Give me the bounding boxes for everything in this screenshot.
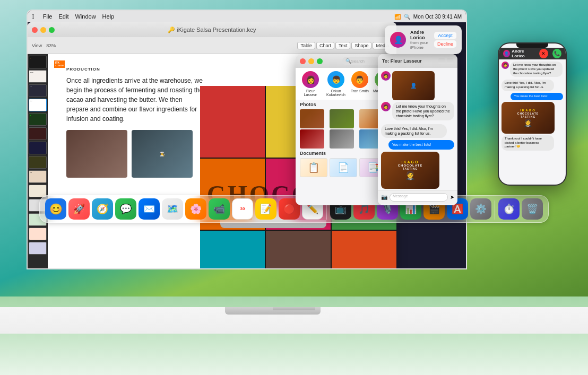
dock-screentime[interactable]: ⏱️ (498, 198, 520, 220)
dock-mail[interactable]: ✉️ (139, 198, 160, 220)
tab-text[interactable]: Text (335, 42, 351, 49)
dock-trash[interactable]: 🗑️ (522, 198, 543, 220)
chat-received-1: 👩 Let me know your thoughts on the photo… (381, 102, 454, 123)
chat-btn-1[interactable] (438, 58, 445, 64)
iphone-notch (516, 43, 548, 48)
dock-maps[interactable]: 🗺️ (162, 198, 183, 220)
chat-bubble-group: 👤 (392, 71, 435, 100)
slide-thumb-1[interactable]: ● (29, 56, 47, 68)
dock-facetime[interactable]: 📹 (209, 198, 230, 220)
decline-button[interactable]: Decline (434, 40, 456, 48)
keynote-toolbar: View 83% Table Chart Text Shape Media (28, 37, 396, 54)
apple-logo-icon:  (32, 13, 34, 21)
messages-maximize[interactable] (317, 58, 323, 64)
chat-titlebar: To: Fleur Lasseur (378, 54, 457, 68)
slide-thumb-6[interactable] (29, 127, 47, 140)
close-button[interactable] (32, 27, 38, 33)
keynote-window-title: 🔑 iKigate Salsa Presentation.key (168, 27, 256, 33)
slide-image-1 (66, 130, 127, 178)
caller-info: 👤 Andre Lorico (503, 49, 537, 58)
messages-chat-window: To: Fleur Lasseur 👩 (378, 54, 457, 205)
dock-launchpad[interactable]: 🚀 (68, 198, 90, 220)
slide-thumb-9[interactable]: img (29, 170, 47, 183)
menubar-time: Mon Oct 30 9:41 AM (413, 14, 462, 20)
menubar:  File Edit Window Help 📶 🔍 Mon Oct 30 9… (28, 11, 466, 22)
chat-image-msg: 👤 (392, 71, 435, 100)
dock-photos[interactable]: 🌸 (185, 198, 206, 220)
iphone-avatar: 👩 (501, 62, 509, 69)
notification-name: Andre Lorico (410, 30, 430, 40)
menubar-right: 📶 🔍 Mon Oct 30 9:41 AM (394, 14, 462, 20)
menu-file[interactable]: File (43, 13, 53, 20)
dock-finder[interactable]: 😊 (45, 198, 66, 220)
chat-photo-msg: IKAGO CHOCOLATE TASTING 🤵 (381, 152, 439, 189)
desktop:  File Edit Window Help 📶 🔍 Mon Oct 30 9… (0, 0, 588, 297)
contact-fleur[interactable]: 👩 Fleur Lasseur (300, 71, 321, 97)
doc-2[interactable]: 📄 (330, 158, 357, 177)
tab-table[interactable]: Table (297, 42, 315, 49)
doc-1[interactable]: 📋 (300, 158, 327, 177)
menu-edit[interactable]: Edit (58, 13, 68, 20)
maximize-button[interactable] (49, 27, 55, 33)
menubar-left:  File Edit Window Help (32, 13, 114, 21)
chat-controls (438, 58, 453, 64)
messages-minimize[interactable] (308, 58, 314, 64)
toolbar-tabs: Table Chart Text Shape Media (297, 42, 392, 49)
contact-orkun[interactable]: 👦 Orkun Kukakevich (325, 71, 347, 97)
photos-label: Photos (300, 102, 316, 107)
chat-avatar-2: 👩 (381, 102, 391, 111)
menu-help[interactable]: Help (102, 13, 115, 20)
photo-7[interactable] (330, 129, 354, 149)
messages-traffic-lights (300, 58, 323, 64)
minimize-button[interactable] (40, 27, 46, 33)
slide-section-label: PRODUCTION (66, 67, 220, 72)
monitor-neck-reflection (273, 307, 315, 310)
camera-icon[interactable]: 📷 (381, 194, 387, 200)
slide-image-2: 👩‍🍳 (132, 130, 193, 178)
tab-shape[interactable]: Shape (351, 42, 371, 49)
contact-tran[interactable]: 👨 Tran Smith (351, 71, 369, 97)
chat-bubble-received-2: Love this! Yes, I did. Also, I'm making … (381, 124, 447, 138)
accept-button[interactable]: Accept (434, 32, 456, 39)
toolbar-zoom[interactable]: 83% (46, 43, 56, 48)
slide-thumb-14[interactable] (29, 242, 47, 255)
slide-thumb-4[interactable]: text (29, 99, 47, 111)
chat-avatar: 👩 (381, 71, 391, 81)
avatar-orkun: 👦 (327, 71, 344, 88)
notification-subtitle: from your iPhone (410, 40, 430, 50)
decline-call-btn[interactable]: ✕ (539, 49, 548, 58)
slide-thumb-7[interactable] (29, 142, 47, 154)
slide-thumb-3[interactable]: img (29, 84, 47, 97)
toolbar-view[interactable]: View (32, 43, 42, 48)
slide-thumb-5[interactable]: ● (29, 113, 47, 126)
accept-call-btn[interactable]: 📞 (552, 49, 561, 58)
slide-thumb-8[interactable] (29, 156, 47, 169)
brand-logo: ITK COMPANY (54, 60, 65, 68)
slide-thumb-2[interactable]: PROD (29, 70, 47, 83)
chat-photo-text: IKAGO CHOCOLATE TASTING 🤵 (398, 160, 423, 180)
caller-name: Andre Lorico (512, 49, 537, 58)
iphone-msg-group: 👩 Let me know your thoughts on the photo… (501, 62, 563, 79)
messages-close[interactable] (300, 58, 306, 64)
dock-calendar[interactable]: 30 (232, 198, 253, 220)
chat-btn-2[interactable] (447, 58, 453, 64)
notification-content: Andre Lorico from your iPhone (410, 30, 430, 50)
avatar-fleur: 👩 (302, 71, 319, 88)
dock-container: 😊 🚀 🧭 💬 ✉️ 🗺️ 🌸 📹 30 📝 🔴 ✏️ 📺 🎵 🎙️ 📊 🎬 🅰… (0, 195, 588, 223)
message-input[interactable]: Message (390, 193, 448, 202)
photo-1[interactable] (300, 109, 324, 128)
photo-6[interactable] (300, 129, 324, 149)
dock-safari[interactable]: 🧭 (92, 198, 113, 220)
send-icon[interactable]: ➤ (450, 194, 454, 200)
notification-avatar: 👤 (390, 32, 406, 48)
chat-input-area: 📷 Message ➤ (378, 190, 457, 204)
dock-settings[interactable]: ⚙️ (470, 198, 491, 220)
contact-name-fleur: Fleur Lasseur (300, 89, 321, 97)
dock-notes[interactable]: 📝 (255, 198, 276, 220)
dock-messages[interactable]: 💬 (115, 198, 136, 220)
menu-window[interactable]: Window (75, 13, 96, 20)
iphone-messages: 👩 Let me know your thoughts on the photo… (499, 59, 566, 174)
tab-chart[interactable]: Chart (316, 42, 334, 49)
photo-2[interactable] (330, 109, 354, 128)
slide-thumb-13[interactable] (29, 228, 47, 240)
